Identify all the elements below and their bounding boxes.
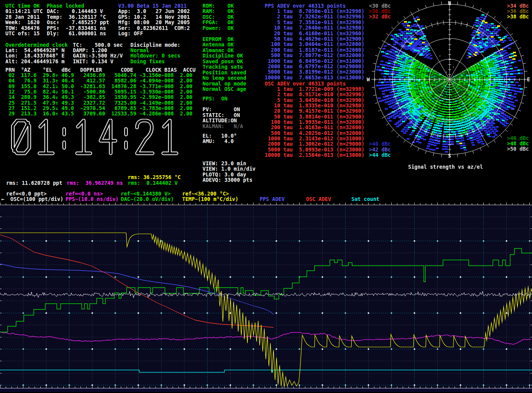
clock-glyph-0: [13, 120, 30, 153]
version-block-line-5: Log: OFF: [118, 31, 143, 36]
polar-compass-line-0: N: [448, 0, 451, 6]
osc-adev-table-line-12: 5000 tau 5.0993e-013 (n=23000): [265, 147, 364, 152]
receiver-health-line-3: FPGA: OK: [203, 20, 234, 25]
sat-table-line-3: 09 155.0 42.1↓ 50.0 -3281.63 14876.28 -3…: [5, 84, 193, 89]
pps-adev-table-line-3: 5 tau 7.3581e-011 (n=32990): [265, 20, 364, 25]
polar-legend-line-10: >48 dBc: [507, 141, 529, 146]
clock-glyph-1: [163, 120, 177, 153]
plot-header-line-13: PPS ADEV: [260, 196, 285, 202]
utc-time-block-line-2: 28 Jan 2011: [5, 14, 40, 20]
receiver-modes-line-3: ALTITUDE:ON: [203, 118, 237, 123]
clock-glyph-2: [137, 120, 153, 153]
polar-legend-line-8: >44 dBc: [369, 152, 391, 158]
sat-table-line-2: 04 76.9 31.3↑ 46.4 412.57 8582.06 -4.094…: [5, 78, 193, 83]
pps-adev-table-line-5: 20 tau 6.4160e-011 (n=32960): [265, 31, 364, 36]
receiver-modes-line-0: PPS: ON: [203, 96, 227, 101]
pps-adev-table-line-4: 10 tau 7.2640e-011 (n=32980): [265, 25, 364, 30]
strip-chart: [0, 202, 532, 393]
polar-legend-line-2: >32 dBc: [369, 14, 391, 19]
receiver-modes-line-4: KALMAN: N/A: [203, 123, 243, 129]
osc-adev-table-line-6: 50 tau 3.8814e-011 (n=32900): [265, 114, 364, 119]
position-block-line-6: Lon: 18.4337848° E: [5, 53, 64, 58]
clock-glyph-1: [40, 120, 53, 153]
receiver-health-line-4: Power: OK: [203, 25, 234, 31]
pps-adev-table-line-1: 1 tau 8.7050e-011 (n=32998): [265, 8, 364, 14]
receiver-health-line-1: RAM: OK: [203, 8, 234, 14]
version-block-line-1: App: 3.0 27 Jun 2002: [118, 8, 190, 14]
receiver-health-line-11: Position saved: [203, 70, 246, 75]
receiver-modes-line-6: AMU: 4.0: [203, 138, 234, 144]
receiver-modes-line-7: VIEW: 23.0 min: [203, 161, 246, 166]
osc-adev-table-line-11: 2000 tau 1.3062e-012 (n=29000): [265, 141, 364, 146]
polar-legend-line-3: >34 dBc: [507, 3, 529, 8]
oscillator-block-line-5: Dly: 61.000001 ns: [47, 31, 106, 36]
oscillator-block-line-4: PPS↑ -37.833481 ns: [47, 25, 106, 31]
plot-header-line-9: OSC=(100 ppt/div): [10, 196, 63, 202]
plot-header-line-4: ref=<0.0 ppt>: [6, 191, 47, 196]
plot-header-line-5: ref=<0.0 ns>: [66, 191, 103, 196]
osc-adev-table-line-2: 2 tau 8.9171e-010 (n=32996): [265, 92, 364, 97]
osc-adev-table-line-5: 20 tau 9.4157e-011 (n=32960): [265, 108, 364, 113]
polar-legend-line-6: >40 dBc: [369, 141, 391, 146]
plot-header-line-6: ref~<0.144380 V>: [121, 191, 171, 196]
receiver-health-line-14: Normal OSC age: [203, 86, 246, 92]
osc-adev-table-line-13: 10000 tau 2.1564e-013 (n=13000): [265, 152, 364, 158]
position-block-line-3: Lat: 54.4964928° N: [5, 48, 64, 53]
receiver-modes-line-2: STATIC: ON: [203, 112, 240, 118]
utc-time-block-line-4: TOW: 436476: [5, 25, 40, 31]
position-block-line-8: Holdover: 0 secs: [130, 53, 180, 58]
sat-table-line-0: PRN °AZ °EL dBc DOPPLER CODE CLOCK BIAS …: [5, 67, 196, 72]
version-block-line-4: Ser: 0.82362611 COM:2: [118, 25, 190, 31]
position-block-line-4: DAMP: 1.200: [73, 48, 107, 53]
polar-legend-line-5: >38 dBc: [507, 14, 529, 19]
polar-legend-line-9: >46 dBc: [507, 135, 529, 141]
sat-table-line-6: 25 271.5 47.9↑ 49.3 2327.72 7325.00 -4.1…: [5, 100, 193, 105]
utc-time-block-line-0: UTC time OK: [5, 3, 40, 8]
lady-heather-screen: UTC time OK01:14:21 UTC28 Jan 2011Week: …: [0, 0, 532, 393]
polar-compass-line-3: E: [527, 77, 530, 82]
polar-legend-line-0: <30 dBc: [369, 3, 391, 8]
receiver-health-line-7: Almanac OK: [203, 48, 234, 53]
oscillator-block-line-0: Phase locked: [47, 3, 84, 8]
polar-legend-line-4: >36 dBc: [507, 8, 529, 14]
receiver-modes-line-9: PLOTQ: 3.0 day: [203, 172, 246, 177]
polar-compass-line-2: W: [367, 77, 370, 82]
plot-header-line-2: rms: 36.962749 ns: [67, 180, 123, 186]
oscillator-block-line-2: Temp: 36.128117 °C: [47, 14, 106, 20]
receiver-health-line-9: Saved posn OK: [203, 59, 243, 64]
sat-table-line-5: 14 280.9 36.4↓ 49.3 -382.85 1930.95 -2.9…: [5, 94, 193, 100]
sat-table-line-8: 29 213.3 16.0↑ 43.5 3709.60 12533.59 -4.…: [5, 111, 193, 116]
pps-adev-table-line-2: 2 tau 7.3262e-011 (n=32996): [265, 14, 364, 19]
receiver-modes-line-5: EL: 10.0°: [203, 133, 237, 138]
osc-adev-table-line-8: 200 tau 1.0163e-011 (n=32600): [265, 125, 364, 130]
plot-header-line-0: rms: 36.255756 °C: [128, 174, 181, 180]
utc-time-block-line-1: 01:14:21 UTC: [5, 8, 43, 14]
polar-legend-line-11: >50 dBc: [507, 146, 529, 151]
plot-header-line-11: DAC~(20.0 uV/div): [121, 196, 174, 202]
version-block-line-3: Mfg: 08:00 20 May 2005: [118, 20, 190, 25]
pps-adev-table-line-9: 500 tau 7.8077e-012 (n=32000): [265, 53, 364, 58]
receiver-modes-line-10: ADEVQ: 33000 pts: [203, 177, 252, 183]
position-block-line-7: GAIN:-3.500 Hz/V: [73, 53, 123, 58]
plot-header-line-7: ref~<36.200 °C>: [182, 191, 229, 196]
plot-header-line-14: OSC ADEV: [306, 196, 331, 202]
osc-adev-table-line-7: 100 tau 1.9935e-011 (n=32800): [265, 119, 364, 125]
receiver-health-line-2: OSC: OK: [203, 14, 234, 20]
osc-adev-table-line-0: OSC ADEV over 46313 points: [265, 81, 346, 86]
receiver-health-line-5: EEPROM OK: [203, 36, 234, 42]
utc-time-block-line-3: Week: 1620: [5, 20, 40, 25]
osc-adev-table-line-1: 1 tau 1.7721e-009 (n=32998): [265, 86, 364, 92]
sat-table-line-1: 02 117.6 29.8↑ 46.9 2436.89 5046.74 -3.1…: [5, 72, 193, 78]
position-block-line-2: Discipline mode:: [130, 42, 180, 48]
clock-glyph-1: [77, 120, 91, 153]
polar-compass-line-1: S: [448, 153, 451, 158]
oscillator-block-line-1: DAC: 0.144463 V: [47, 8, 103, 14]
polar-caption-line-0: Signal strength vs az/el: [408, 164, 483, 169]
osc-adev-table-line-3: 5 tau 3.6458e-010 (n=32990): [265, 97, 364, 103]
receiver-health-line-10: Tracking sats: [203, 64, 243, 69]
position-block-line-10: INIT: 0.134 V: [73, 59, 114, 64]
receiver-health-line-0: ROM: OK: [203, 3, 234, 8]
position-block-line-1: TC: 500.0 sec: [73, 42, 123, 48]
utc-time-block-line-5: UTC ofs: 15: [5, 31, 40, 36]
position-block-line-11: Doing fixes: [130, 59, 165, 64]
